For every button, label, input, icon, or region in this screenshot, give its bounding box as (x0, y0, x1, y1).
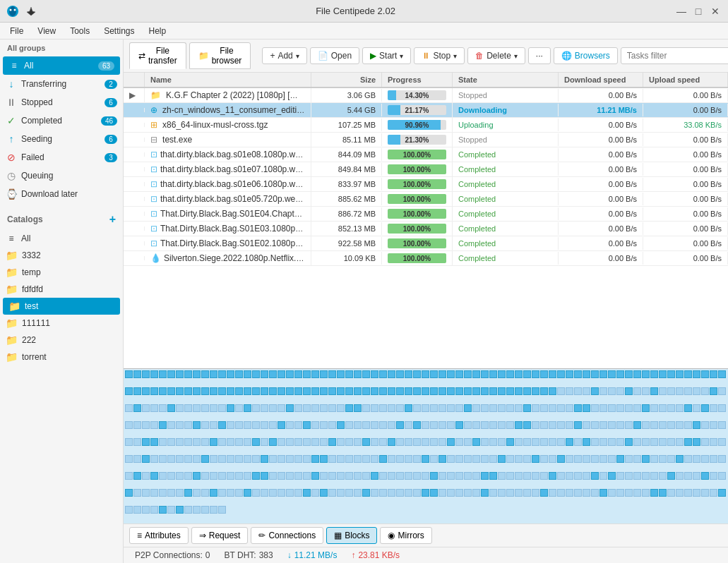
td-name-10: ⊡That.Dirty.Black.Bag.S01E03.1080p.WEB.h… (145, 222, 311, 236)
piece-block (320, 438, 328, 446)
th-state[interactable]: State (453, 73, 559, 87)
piece-block (676, 421, 684, 429)
catalog-label-111111: 111111 (22, 318, 50, 328)
stop-button[interactable]: ⏸ Stop ▾ (414, 47, 465, 64)
table-row[interactable]: ⊟ test.exe 85.11 MB 21.30% Stopped 0.00 … (124, 133, 728, 147)
piece-block (676, 455, 684, 463)
th-size[interactable]: Size (311, 73, 382, 87)
table-row[interactable]: ⊡That.Dirty.Black.Bag.S01E03.1080p.WEB.h… (124, 222, 728, 236)
tab-file-transfer[interactable]: ⇄ File transfer (129, 42, 186, 69)
piece-block (693, 370, 700, 378)
start-button[interactable]: ▶ Start ▾ (362, 47, 411, 64)
add-catalog-button[interactable]: + (109, 213, 116, 226)
catalog-item-all[interactable]: ≡ All (0, 230, 123, 247)
catalog-item-fdfdfd[interactable]: 📁 fdfdfd (0, 281, 123, 298)
tab-attributes[interactable]: ≡ Attributes (129, 527, 189, 544)
catalog-item-torrent[interactable]: 📁 torrent (0, 349, 123, 365)
close-button[interactable]: ✕ (708, 4, 722, 18)
table-row[interactable]: ⊡that.dirty.black.bag.s01e05.720p.web.h2… (124, 192, 728, 207)
catalog-item-3332[interactable]: 📁 3332 (0, 247, 123, 264)
table-row[interactable]: ⊡that.dirty.black.bag.s01e08.1080p.web.h… (124, 147, 728, 162)
tasks-filter-input[interactable] (621, 47, 728, 64)
catalog-label-fdfdfd: fdfdfd (22, 284, 43, 294)
piece-block (159, 489, 167, 497)
piece-block (261, 370, 268, 378)
sidebar-item-transferring[interactable]: ↓ Transferring 2 (0, 75, 123, 93)
catalog-item-222[interactable]: 📁 222 (0, 332, 123, 349)
piece-block (125, 506, 133, 514)
table-row[interactable]: ⊡That.Dirty.Black.Bag.S01E02.1080p.WEB.h… (124, 236, 728, 251)
td-expand-2[interactable] (124, 108, 145, 112)
menu-tools[interactable]: Tools (63, 25, 97, 37)
piece-block (261, 404, 268, 412)
sidebar-item-failed[interactable]: ⊘ Failed 3 (0, 148, 123, 167)
sidebar-item-all[interactable]: ≡ All 63 (3, 56, 120, 75)
piece-block (371, 472, 378, 480)
maximize-button[interactable]: □ (691, 4, 705, 18)
piece-block (261, 455, 268, 463)
td-expand-6[interactable] (124, 167, 145, 171)
piece-block (159, 455, 167, 463)
table-row[interactable]: ▶ 📁 K.G.F Chapter 2 (2022) [1080p] [WEBR… (124, 88, 728, 103)
td-expand-8[interactable] (124, 197, 145, 201)
catalog-item-test[interactable]: 📁 test (3, 298, 120, 315)
table-row[interactable]: 💧Silverton.Siege.2022.1080p.Netflix.WEB-… (124, 251, 728, 266)
more-button[interactable]: ··· (528, 47, 551, 64)
sidebar-item-seeding[interactable]: ↑ Seeding 6 (0, 130, 123, 148)
piece-block (354, 455, 362, 463)
sidebar-item-stopped[interactable]: ⏸ Stopped 6 (0, 93, 123, 111)
piece-block (667, 489, 675, 497)
th-download-speed[interactable]: Download speed (559, 73, 643, 87)
tab-connections[interactable]: ✏ Connections (251, 527, 323, 544)
piece-block (278, 455, 285, 463)
sidebar-item-queuing[interactable]: ◷ Queuing (0, 167, 123, 185)
piece-block (498, 489, 506, 497)
td-expand-7[interactable] (124, 182, 145, 186)
delete-button[interactable]: 🗑 Delete ▾ (467, 47, 525, 64)
table-row[interactable]: ⊞ x86_64-linux-musl-cross.tgz 107.25 MB … (124, 118, 728, 133)
td-expand-5[interactable] (124, 152, 145, 157)
add-button[interactable]: + Add ▾ (262, 47, 306, 64)
open-button[interactable]: 📄 Open (310, 47, 359, 64)
table-row[interactable]: ⊡That.Dirty.Black.Bag.S01E04.Chapter.Fou… (124, 207, 728, 222)
td-expand-10[interactable] (124, 226, 145, 231)
sidebar-item-download-later[interactable]: ⌚ Download later (0, 185, 123, 203)
table-row[interactable]: ⊡that.dirty.black.bag.s01e07.1080p.web.h… (124, 162, 728, 177)
th-upload-speed[interactable]: Upload speed (643, 73, 728, 87)
tab-file-transfer-label: File transfer (148, 46, 177, 66)
td-expand-9[interactable] (124, 212, 145, 216)
th-progress[interactable]: Progress (382, 73, 453, 87)
menu-view[interactable]: View (30, 25, 63, 37)
menu-file[interactable]: File (3, 25, 30, 37)
piece-block (227, 455, 234, 463)
td-progress-1: 14.30% (382, 88, 453, 102)
bt-dht: BT DHT: 383 (225, 550, 273, 560)
menu-help[interactable]: Help (142, 25, 174, 37)
piece-block (142, 489, 150, 497)
catalog-item-temp[interactable]: 📁 temp (0, 264, 123, 281)
piece-block (210, 421, 217, 429)
table-row[interactable]: ⊡that.dirty.black.bag.s01e06.1080p.web.h… (124, 177, 728, 192)
td-expand-12[interactable] (124, 256, 145, 260)
catalog-item-111111[interactable]: 📁 111111 (0, 315, 123, 332)
tab-request[interactable]: ⇒ Request (191, 527, 249, 544)
td-expand-11[interactable] (124, 241, 145, 246)
piece-block (464, 438, 472, 446)
tab-blocks[interactable]: ▦ Blocks (326, 527, 377, 544)
td-expand-1[interactable]: ▶ (124, 88, 145, 102)
table-row[interactable]: ⊕ zh-cn_windows_11_consumer_editions_upd… (124, 103, 728, 118)
tab-file-browser[interactable]: 📁 File browser (189, 42, 251, 69)
piece-block (379, 387, 387, 395)
minimize-button[interactable]: — (674, 4, 688, 18)
piece-block (405, 438, 412, 446)
browsers-button[interactable]: 🌐 Browsers (554, 47, 618, 64)
td-expand-3[interactable] (124, 123, 145, 127)
p2p-label: P2P Connections: (135, 550, 203, 560)
water-icon: 💧 (150, 253, 161, 263)
th-name[interactable]: Name (145, 73, 311, 87)
td-expand-4[interactable] (124, 138, 145, 142)
piece-block (667, 438, 675, 446)
tab-mirrors[interactable]: ◉ Mirrors (380, 527, 431, 544)
sidebar-item-completed[interactable]: ✓ Completed 46 (0, 111, 123, 130)
menu-settings[interactable]: Settings (97, 25, 141, 37)
